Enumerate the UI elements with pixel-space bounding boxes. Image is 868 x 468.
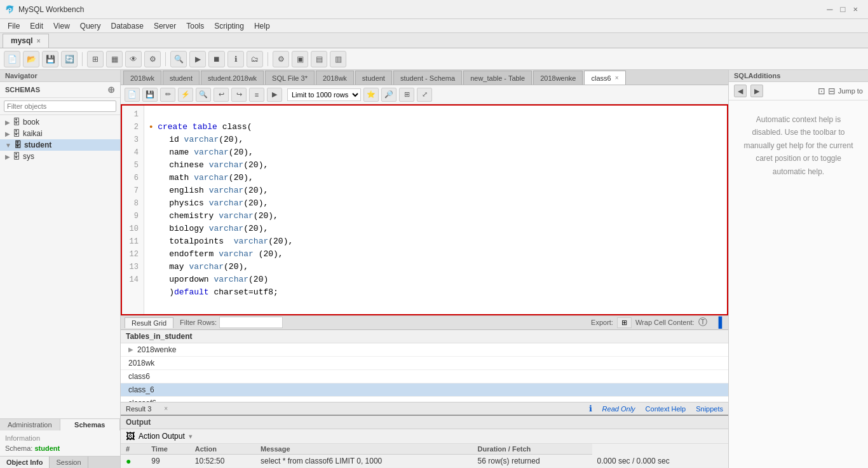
result-sidebar-toggle: ▐ — [712, 317, 724, 328]
line-numbers: 1 2 3 4 5 6 7 8 9 10 11 12 13 14 — [122, 106, 144, 314]
jump-to-icon1[interactable]: ⊡ — [818, 86, 825, 96]
tb-open[interactable]: 📂 — [23, 51, 39, 67]
table-row-2018wenke[interactable]: ▶ 2018wenke — [121, 343, 728, 357]
tb-refresh[interactable]: 🔄 — [61, 51, 78, 67]
col-time: Time — [146, 444, 189, 455]
menu-edit[interactable]: Edit — [25, 20, 48, 32]
tb-new-file[interactable]: 📄 — [4, 51, 20, 67]
maximize-btn[interactable]: □ — [841, 4, 846, 14]
result-area: Result Grid Filter Rows: Export: ⊞ Wrap … — [121, 315, 728, 468]
nav-tab-schemas[interactable]: Schemas — [60, 419, 121, 430]
sql-tab-student[interactable]: student — [163, 71, 200, 85]
tree-item-sys[interactable]: ▶ 🗄 sys — [0, 151, 120, 162]
code-area[interactable]: ● create table class( id varchar(20), na… — [144, 106, 727, 314]
sql-additions-label: SQLAdditions — [734, 72, 780, 79]
result-status-bar: Result 3 × ℹ Read Only Context Help Snip… — [121, 402, 728, 415]
tree-item-kaikai[interactable]: ▶ 🗄 kaikai — [0, 128, 120, 139]
filter-input[interactable] — [4, 100, 116, 112]
tree-item-book[interactable]: ▶ 🗄 book — [0, 116, 120, 128]
qtb-save[interactable]: 💾 — [142, 88, 158, 102]
table-name-class-6: class_6 — [128, 385, 154, 394]
close-btn[interactable]: × — [853, 4, 858, 14]
tb-proc[interactable]: ⚙ — [144, 51, 161, 67]
sql-tab-sqlfile3[interactable]: SQL File 3* — [265, 71, 315, 85]
action-dropdown-arrow[interactable]: ▾ — [189, 432, 193, 441]
tree-label-book: book — [23, 118, 39, 127]
sql-tab-student2018wk[interactable]: student.2018wk — [201, 71, 264, 85]
tb-view[interactable]: 👁 — [125, 51, 142, 67]
menu-view[interactable]: View — [48, 20, 75, 32]
qtb-exec[interactable]: ⚡ — [178, 88, 193, 102]
qtb-undo[interactable]: ↩ — [214, 88, 229, 102]
nav-header: Navigator — [0, 70, 120, 82]
tb-settings[interactable]: ⚙ — [273, 51, 289, 67]
qtb-new[interactable]: 📄 — [125, 88, 140, 102]
tb-save[interactable]: 💾 — [42, 51, 58, 67]
result3-close[interactable]: × — [164, 405, 168, 412]
object-info-tab[interactable]: Object Info — [0, 457, 50, 468]
conn-tab-close[interactable]: × — [37, 38, 41, 45]
limit-select[interactable]: Limit to 1000 rows Don't limit — [287, 88, 361, 101]
schemas-add-icon[interactable]: ⊕ — [107, 85, 115, 95]
menu-help[interactable]: Help — [249, 20, 275, 32]
tb-stop[interactable]: ⏹ — [208, 51, 225, 67]
tb-run[interactable]: ▶ — [189, 51, 206, 67]
main-area: Navigator SCHEMAS ⊕ ▶ 🗄 book ▶ 🗄 kaikai … — [0, 70, 868, 468]
qtb-find[interactable]: 🔍 — [196, 88, 211, 102]
wrap-cell-icon[interactable]: Ⓣ — [698, 317, 707, 328]
tb-table[interactable]: ⊞ — [87, 51, 104, 67]
tree-item-student[interactable]: ▼ 🗄 student — [0, 139, 120, 151]
menu-tools[interactable]: Tools — [181, 20, 209, 32]
conn-tab-label: mysql — [11, 36, 33, 45]
tb-layout1[interactable]: ▣ — [292, 51, 308, 67]
sql-tab-2018wk[interactable]: 2018wk — [123, 71, 161, 85]
tb-layout3[interactable]: ▥ — [330, 51, 346, 67]
qtb-redo[interactable]: ↪ — [231, 88, 247, 102]
sidebar-toggle-icon[interactable]: ▐ — [715, 317, 722, 328]
qtb-format[interactable]: ≡ — [249, 88, 264, 102]
qtb-magnify[interactable]: 🔎 — [381, 88, 397, 102]
result-grid-tab[interactable]: Result Grid — [125, 317, 173, 328]
export-btn[interactable]: ⊞ — [617, 317, 632, 328]
tb-info[interactable]: ℹ — [227, 51, 244, 67]
menu-database[interactable]: Database — [106, 20, 149, 32]
minimize-btn[interactable]: ─ — [827, 4, 832, 14]
connection-tab-mysql[interactable]: mysql × — [3, 34, 49, 48]
nav-tab-administration[interactable]: Administration — [0, 419, 60, 430]
jump-to-icon2[interactable]: ⊟ — [828, 86, 836, 96]
nav-forward-btn[interactable]: ▶ — [750, 85, 763, 97]
nav-back-btn[interactable]: ◀ — [734, 85, 747, 97]
qtb-run-all[interactable]: ▶ — [267, 88, 282, 102]
table-row-classof6[interactable]: classof6 — [121, 397, 728, 402]
menu-server[interactable]: Server — [149, 20, 181, 32]
qtb-wrap[interactable]: ⊞ — [399, 88, 414, 102]
table-row-2018wk[interactable]: 2018wk — [121, 357, 728, 370]
sql-tab-2018wenke[interactable]: 2018wenke — [533, 71, 583, 85]
menu-scripting[interactable]: Scripting — [209, 20, 249, 32]
qtb-search[interactable]: ✏ — [160, 88, 175, 102]
schema-info: Schema: student — [5, 444, 115, 452]
tb-table2[interactable]: ▦ — [106, 51, 123, 67]
sql-editor[interactable]: 1 2 3 4 5 6 7 8 9 10 11 12 13 14 ● creat… — [121, 104, 728, 315]
qtb-star[interactable]: ⭐ — [363, 88, 379, 102]
sql-tab-close-class6[interactable]: × — [615, 74, 619, 81]
table-row-class-6[interactable]: class_6 — [121, 383, 728, 397]
filter-rows-input[interactable] — [219, 317, 283, 328]
tb-layout2[interactable]: ▤ — [311, 51, 327, 67]
context-help-link[interactable]: Context Help — [646, 405, 686, 413]
tb-search[interactable]: 🔍 — [170, 51, 187, 67]
col-duration: Duration / Fetch — [473, 444, 592, 455]
menu-query[interactable]: Query — [75, 20, 106, 32]
sql-tab-student-schema[interactable]: student - Schema — [393, 71, 462, 85]
sql-tab-class6[interactable]: class6 × — [584, 71, 625, 85]
qtb-expand[interactable]: ⤢ — [417, 88, 432, 102]
ln-13: 13 — [125, 261, 139, 273]
session-tab[interactable]: Session — [50, 457, 88, 468]
sql-tab-student2[interactable]: student — [355, 71, 392, 85]
table-row-class6[interactable]: class6 — [121, 370, 728, 383]
tb-schema[interactable]: 🗂 — [247, 51, 263, 67]
sql-tab-new-table[interactable]: new_table - Table — [463, 71, 532, 85]
menu-file[interactable]: File — [3, 20, 25, 32]
sql-tab-2018wk2[interactable]: 2018wk — [316, 71, 354, 85]
snippets-link[interactable]: Snippets — [696, 405, 723, 413]
